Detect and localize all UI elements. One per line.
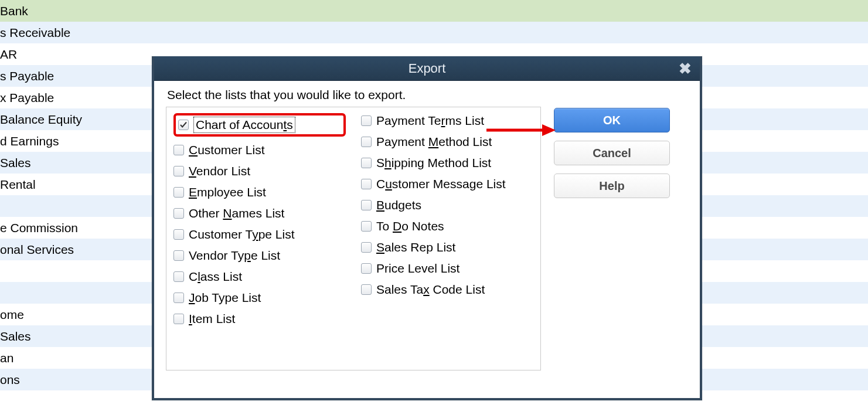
export-option-sales-tax-code-list[interactable]: Sales Tax Code List xyxy=(361,282,531,297)
cancel-button[interactable]: Cancel xyxy=(554,141,670,165)
dialog-titlebar: Export ✖ xyxy=(154,56,700,81)
account-row[interactable]: Bank xyxy=(0,0,868,22)
checkbox-label: Budgets xyxy=(376,198,421,213)
checkbox-label: Customer Message List xyxy=(376,176,506,192)
checkbox[interactable] xyxy=(361,221,372,232)
checkbox[interactable] xyxy=(361,200,372,210)
checkbox-label: Customer List xyxy=(189,142,265,158)
checkbox-label: Other Names List xyxy=(189,206,284,221)
checkbox[interactable] xyxy=(361,137,372,147)
checkbox[interactable] xyxy=(173,187,184,198)
checkbox[interactable] xyxy=(173,293,184,303)
checkbox[interactable] xyxy=(361,284,372,295)
checkbox[interactable] xyxy=(361,158,372,168)
checkbox-label: Employee List xyxy=(189,185,266,200)
export-option-customer-type-list[interactable]: Customer Type List xyxy=(173,227,349,242)
export-lists-box: Chart of AccountsCustomer ListVendor Lis… xyxy=(166,107,541,370)
export-option-class-list[interactable]: Class List xyxy=(173,269,349,284)
export-option-item-list[interactable]: Item List xyxy=(173,311,349,327)
export-option-vendor-type-list[interactable]: Vendor Type List xyxy=(173,248,349,263)
export-dialog: Export ✖ Select the lists that you would… xyxy=(152,56,702,400)
checkbox-label: Job Type List xyxy=(189,290,261,305)
checkbox-label: Item List xyxy=(189,311,235,327)
checkbox[interactable] xyxy=(178,120,189,130)
close-icon[interactable]: ✖ xyxy=(679,61,692,76)
export-option-employee-list[interactable]: Employee List xyxy=(173,185,349,200)
dialog-title: Export xyxy=(409,61,446,76)
checkbox[interactable] xyxy=(173,208,184,219)
checkbox-label: Shipping Method List xyxy=(376,155,491,171)
checkbox[interactable] xyxy=(173,271,184,282)
dialog-button-column: OK Cancel Help xyxy=(554,108,670,198)
checkbox[interactable] xyxy=(361,263,372,274)
checkbox[interactable] xyxy=(173,145,184,155)
checkbox[interactable] xyxy=(173,166,184,176)
checkbox-label: Chart of Accounts xyxy=(193,117,295,133)
checkbox-label: Payment Terms List xyxy=(376,113,484,128)
checkbox[interactable] xyxy=(361,115,372,126)
checkbox-label: Sales Tax Code List xyxy=(376,282,485,297)
export-option-budgets[interactable]: Budgets xyxy=(361,198,531,213)
account-row[interactable]: s Receivable xyxy=(0,22,868,43)
checkbox-label: Vendor List xyxy=(189,164,250,179)
checkbox-label: To Do Notes xyxy=(376,219,444,234)
checkbox[interactable] xyxy=(173,229,184,240)
export-option-vendor-list[interactable]: Vendor List xyxy=(173,164,349,179)
export-option-price-level-list[interactable]: Price Level List xyxy=(361,261,531,276)
help-button[interactable]: Help xyxy=(554,174,670,198)
export-option-sales-rep-list[interactable]: Sales Rep List xyxy=(361,240,531,255)
checkbox[interactable] xyxy=(173,250,184,261)
checkbox-label: Vendor Type List xyxy=(189,248,280,263)
checkbox-label: Class List xyxy=(189,269,242,284)
export-option-chart-of-accounts[interactable]: Chart of Accounts xyxy=(173,113,346,137)
ok-button[interactable]: OK xyxy=(554,108,670,132)
dialog-instruction: Select the lists that you would like to … xyxy=(167,88,688,102)
checkbox-label: Customer Type List xyxy=(189,227,295,242)
checkbox[interactable] xyxy=(173,314,184,324)
checkbox[interactable] xyxy=(361,242,372,253)
export-option-to-do-notes[interactable]: To Do Notes xyxy=(361,219,531,234)
export-option-customer-message-list[interactable]: Customer Message List xyxy=(361,176,531,192)
checkbox-label: Price Level List xyxy=(376,261,459,276)
export-option-customer-list[interactable]: Customer List xyxy=(173,142,349,158)
export-option-payment-terms-list[interactable]: Payment Terms List xyxy=(361,113,531,128)
export-option-payment-method-list[interactable]: Payment Method List xyxy=(361,134,531,149)
checkbox[interactable] xyxy=(361,179,372,189)
checkbox-label: Payment Method List xyxy=(376,134,492,149)
export-option-other-names-list[interactable]: Other Names List xyxy=(173,206,349,221)
checkbox-label: Sales Rep List xyxy=(376,240,455,255)
export-option-job-type-list[interactable]: Job Type List xyxy=(173,290,349,305)
export-option-shipping-method-list[interactable]: Shipping Method List xyxy=(361,155,531,171)
